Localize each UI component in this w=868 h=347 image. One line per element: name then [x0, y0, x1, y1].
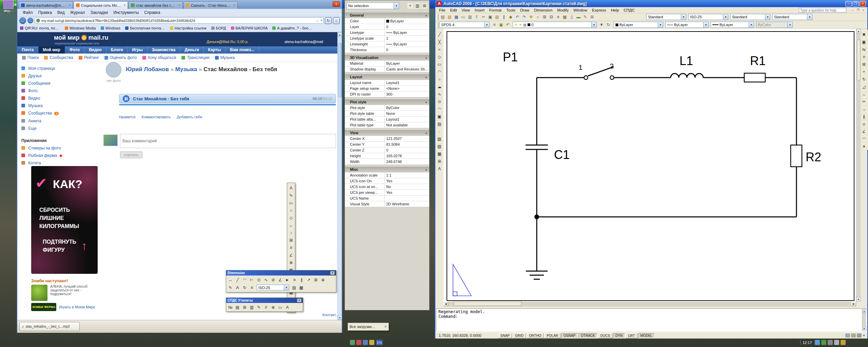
- property-row[interactable]: Plot table atta... Layout1: [345, 117, 429, 122]
- action-link[interactable]: Добавить себе: [177, 115, 202, 119]
- dim-baseline-icon[interactable]: ≡: [291, 276, 298, 283]
- scroll-left-icon[interactable]: ◀: [443, 302, 448, 306]
- style-combo[interactable]: ISO-25▼: [688, 14, 728, 20]
- tab-close-icon[interactable]: ×: [233, 3, 235, 7]
- track-progress-bar[interactable]: [119, 104, 336, 105]
- browser-tab[interactable]: Социальная сеть Мой мир... ×: [74, 1, 128, 9]
- array-icon[interactable]: ⊞: [861, 61, 868, 68]
- help-search-input[interactable]: [799, 8, 846, 13]
- mdi-minimize-icon[interactable]: –: [850, 8, 855, 12]
- layer-properties-icon[interactable]: ≡: [491, 21, 498, 28]
- property-row[interactable]: Linetype ByLayer: [345, 30, 429, 36]
- ellipse-icon[interactable]: ⊙: [436, 98, 443, 105]
- join-icon[interactable]: ∪: [861, 120, 868, 127]
- properties-icon[interactable]: ≡: [555, 14, 561, 20]
- paste-icon[interactable]: ▨: [494, 14, 500, 20]
- property-row[interactable]: Linetype scale 1: [345, 36, 429, 41]
- menu-item[interactable]: Modify: [555, 8, 571, 12]
- spds-frame-icon[interactable]: ▭: [277, 304, 284, 311]
- app-link[interactable]: Стикеры на фото: [21, 144, 72, 152]
- designcenter-icon[interactable]: ▩: [561, 14, 568, 20]
- dim-text-edit-icon[interactable]: A: [234, 284, 241, 291]
- dim-space-icon[interactable]: ≡: [248, 284, 255, 291]
- comment-input[interactable]: [120, 134, 336, 148]
- zoom-realtime-icon[interactable]: ○: [534, 14, 541, 20]
- layer-states-icon[interactable]: ▣: [498, 21, 505, 28]
- erase-icon[interactable]: ✖: [861, 31, 868, 38]
- dim-ordinate-icon[interactable]: ⊢: [248, 276, 255, 283]
- property-row[interactable]: UCS icon at ori... No: [345, 184, 429, 190]
- commenter-thumbnail[interactable]: [103, 135, 118, 146]
- menu-item[interactable]: Edit: [448, 8, 459, 12]
- offset-icon[interactable]: ≡: [861, 53, 868, 60]
- scroll-right-icon[interactable]: ▶: [851, 302, 856, 306]
- menu-item[interactable]: File: [437, 8, 448, 12]
- status-toggle[interactable]: GRID: [513, 333, 526, 338]
- copy-icon[interactable]: ▣: [861, 38, 868, 45]
- rect-tool-icon[interactable]: ▭: [288, 199, 295, 206]
- page-scrollbar[interactable]: ▲ ▼: [337, 32, 342, 320]
- scroll-up-icon[interactable]: ▲: [856, 29, 861, 34]
- menu-item[interactable]: Window: [571, 8, 590, 12]
- url-bar[interactable]: ☆ ▾: [35, 17, 323, 24]
- zombie-ad-card[interactable]: АЛЕНА, лучший способ защититься от них -…: [31, 285, 102, 311]
- save-icon[interactable]: ▦: [453, 14, 460, 20]
- action-link[interactable]: Нравится: [119, 115, 136, 119]
- linetype-combo[interactable]: ByLayer▼: [665, 22, 709, 28]
- quick-calc-icon[interactable]: ⊞: [421, 3, 428, 9]
- restore-button[interactable]: ❐: [852, 1, 859, 6]
- dim-aligned-icon[interactable]: ╱: [234, 276, 241, 283]
- sidebar-link[interactable]: Музыка: [21, 102, 72, 109]
- download-item[interactable]: ♪ stas_mihailov_-_bez_t....mp3: [19, 322, 80, 331]
- sidebar-link[interactable]: Фото: [21, 87, 72, 95]
- gradient-icon[interactable]: ▧: [436, 143, 443, 150]
- menu-item[interactable]: Файл: [20, 10, 36, 15]
- forward-icon[interactable]: →: [27, 18, 33, 23]
- bookmark-star-icon[interactable]: ☆: [315, 18, 319, 23]
- region-icon[interactable]: ▦: [436, 150, 443, 157]
- zoom-window-icon[interactable]: ⊞: [541, 14, 548, 20]
- text-icon[interactable]: A: [288, 184, 295, 191]
- subnav-link[interactable]: Трансляции: [181, 55, 209, 60]
- selection-dropdown[interactable]: No selection ▼: [347, 2, 399, 9]
- menu-item[interactable]: Справка: [141, 10, 163, 15]
- property-row[interactable]: Lineweight ByLayer: [345, 41, 429, 47]
- property-row[interactable]: Plot style ByColor: [345, 105, 429, 111]
- mirror-icon[interactable]: ⇆: [861, 46, 868, 53]
- mtext-icon[interactable]: A: [436, 165, 443, 172]
- rectangle-icon[interactable]: ▭: [436, 61, 443, 68]
- status-toggle[interactable]: LWT: [626, 333, 637, 338]
- explode-icon[interactable]: ∗: [861, 143, 868, 150]
- mdi-close-icon[interactable]: ×: [861, 8, 866, 12]
- plotstyle-combo[interactable]: ByColor▼: [756, 22, 793, 28]
- nav-tab[interactable]: Деньги: [180, 46, 203, 54]
- bookmark-item[interactable]: QIP.RU: почта, поис...: [20, 26, 60, 30]
- avatar[interactable]: нет фото: [103, 62, 124, 83]
- minimize-button[interactable]: –: [845, 1, 852, 6]
- spds-form-icon[interactable]: ▥: [248, 304, 255, 311]
- construction-line-icon[interactable]: ╳: [436, 38, 443, 45]
- break-icon[interactable]: ∦: [861, 113, 868, 120]
- style-combo[interactable]: Standard▼: [646, 14, 686, 20]
- chamfer-icon[interactable]: ∠: [861, 128, 868, 135]
- language-indicator[interactable]: EN: [376, 340, 382, 345]
- center-mark-icon[interactable]: ⊕: [319, 276, 327, 283]
- move-icon[interactable]: +: [861, 68, 868, 75]
- dim-style-combo[interactable]: ISO-25▼: [257, 285, 289, 290]
- layers-tool-icon[interactable]: ≡: [288, 244, 295, 251]
- property-row[interactable]: Height 165.0278: [345, 153, 429, 159]
- dim-edit-icon[interactable]: ✎: [227, 284, 234, 291]
- toggle-pickadd-icon[interactable]: +: [407, 3, 413, 9]
- property-row[interactable]: UCS Name: [345, 196, 429, 201]
- menu-item[interactable]: Журнал: [67, 10, 88, 15]
- battery-icon[interactable]: [841, 340, 846, 345]
- spds-text-icon[interactable]: A: [284, 304, 291, 311]
- subnav-link[interactable]: Рейтинг: [79, 55, 99, 60]
- revcloud-icon[interactable]: ☁: [436, 83, 443, 90]
- sidebar-link[interactable]: Видео: [21, 95, 72, 102]
- status-toggle[interactable]: POLAR: [544, 333, 560, 338]
- menu-item[interactable]: Insert: [472, 8, 487, 12]
- dimension-toolbar-titlebar[interactable]: Dimension ✕: [226, 270, 336, 275]
- spds-axis-icon[interactable]: ⊕: [270, 304, 277, 311]
- circle-tool-icon[interactable]: ○: [288, 207, 295, 214]
